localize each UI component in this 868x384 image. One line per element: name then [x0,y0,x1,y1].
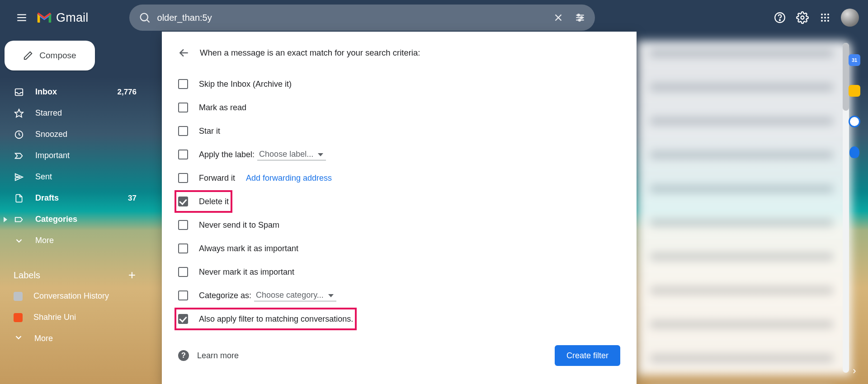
header-actions [773,9,859,27]
svg-line-4 [147,20,149,22]
label-delete: Delete it [199,197,229,206]
sidebar-item-categories[interactable]: Categories [5,209,145,230]
sidebar-item-count: 2,776 [117,88,137,97]
more-icon [14,235,24,246]
sidebar: Compose Inbox2,776StarredSnoozedImportan… [0,41,145,349]
sidebar-item-label: Drafts [35,193,59,203]
svg-point-23 [824,20,826,22]
svg-point-16 [821,14,823,15]
gmail-icon [36,11,52,24]
label-item-shahrie-uni[interactable]: Shahrie Uni [5,307,145,328]
hamburger-icon [16,12,28,23]
tasks-app-icon[interactable] [849,116,860,127]
label-also-apply: Also apply filter to matching conversati… [199,314,353,324]
svg-point-17 [824,14,826,15]
svg-marker-26 [15,109,23,117]
option-star: Star it [178,119,620,143]
svg-point-11 [580,17,582,19]
sidebar-item-label: Important [35,151,70,160]
label-color-icon [14,313,23,322]
checkbox-never-spam[interactable] [178,220,188,230]
keep-app-icon[interactable] [849,85,860,97]
svg-point-21 [827,17,829,19]
svg-point-3 [140,14,147,21]
svg-point-19 [821,17,823,19]
learn-more-link[interactable]: ? Learn more [178,350,239,361]
dropdown-choose-label[interactable]: Choose label... [257,149,326,160]
sidebar-item-drafts[interactable]: Drafts37 [5,187,145,209]
checkbox-also-apply[interactable] [178,314,188,324]
svg-point-12 [578,19,580,21]
checkbox-skip-inbox[interactable] [178,79,188,89]
logo[interactable]: Gmail [36,11,89,25]
label-color-icon [14,292,23,301]
label-always-important: Always mark it as important [199,244,298,253]
label-never-spam: Never send it to Spam [199,220,279,230]
sidebar-item-more[interactable]: More [5,230,145,251]
inbox-icon [14,87,24,98]
back-arrow-icon[interactable] [178,47,190,59]
checkbox-categorize[interactable] [178,290,188,300]
sidebar-item-starred[interactable]: Starred [5,103,145,124]
help-icon [774,12,786,23]
label-item-more[interactable]: More [5,328,145,349]
search-input[interactable] [157,13,552,23]
category-icon [14,214,24,225]
contacts-app-icon[interactable] [849,146,859,158]
checkbox-mark-read[interactable] [178,103,188,112]
svg-point-22 [821,20,823,22]
side-panel: › [841,41,868,384]
checkbox-apply-label[interactable] [178,150,188,159]
add-label-button[interactable]: + [128,268,136,282]
label-name: Shahrie Uni [33,313,76,322]
sidebar-item-snoozed[interactable]: Snoozed [5,124,145,145]
important-icon [14,150,24,161]
option-categorize: Categorize as: Choose category... [178,284,620,307]
account-avatar[interactable] [841,9,859,27]
option-mark-read: Mark as read [178,96,620,119]
label-item-conversation-history[interactable]: Conversation History [5,286,145,307]
settings-button[interactable] [796,11,809,24]
dropdown-choose-category[interactable]: Choose category... [254,290,336,301]
option-never-important: Never mark it as important [178,260,620,284]
nav-list: Inbox2,776StarredSnoozedImportantSentDra… [5,81,145,251]
product-name: Gmail [56,11,89,25]
label-star: Star it [199,126,220,136]
option-apply-label: Apply the label: Choose label... [178,143,620,166]
create-filter-button[interactable]: Create filter [555,345,620,366]
svg-point-18 [827,14,829,15]
chevron-down-icon [14,332,24,345]
search-bar[interactable] [129,5,595,31]
apps-button[interactable] [818,11,832,24]
support-button[interactable] [773,11,787,24]
sidebar-item-sent[interactable]: Sent [5,166,145,187]
add-forwarding-link[interactable]: Add forwarding address [246,173,332,183]
label-forward: Forward it [199,173,235,183]
sidebar-item-important[interactable]: Important [5,145,145,166]
filter-header: When a message is an exact match for you… [178,47,620,59]
compose-button[interactable]: Compose [5,41,95,70]
label-skip-inbox: Skip the Inbox (Archive it) [199,80,292,89]
checkbox-forward[interactable] [178,173,188,183]
filter-title: When a message is an exact match for you… [200,48,420,58]
label-categorize: Categorize as: [199,291,251,300]
send-icon [14,172,24,183]
sidebar-item-label: Snoozed [35,130,67,139]
calendar-app-icon[interactable] [849,54,860,66]
checkbox-delete[interactable] [178,197,188,206]
draft-icon [14,193,24,204]
search-options-icon[interactable] [574,12,586,23]
checkbox-always-important[interactable] [178,244,188,253]
sidebar-item-count: 37 [128,194,137,203]
label-never-important: Never mark it as important [199,267,294,277]
sidebar-item-inbox[interactable]: Inbox2,776 [5,81,145,103]
checkbox-never-important[interactable] [178,267,188,277]
sidebar-item-label: More [35,236,54,245]
option-never-spam: Never send it to Spam [178,213,620,237]
side-panel-expand-icon[interactable]: › [853,365,856,377]
svg-point-20 [824,17,826,19]
clear-search-icon[interactable] [552,12,564,23]
svg-point-10 [577,14,579,16]
main-menu-button[interactable] [9,5,34,30]
checkbox-star[interactable] [178,126,188,136]
